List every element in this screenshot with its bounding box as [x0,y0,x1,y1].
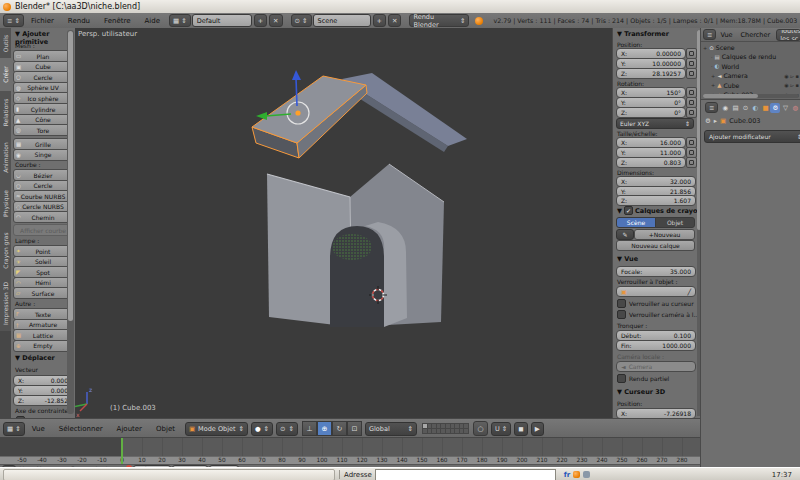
view-panel-header[interactable]: ▼ Vue [617,255,638,263]
clip-end-field[interactable]: Fin:1000.000 [616,340,696,351]
layer-cell[interactable] [463,428,469,434]
outliner-row[interactable]: · ◐ World ◉ ▻ ▪ [701,62,800,71]
viewport-menu-item[interactable]: Sélectionner [52,425,110,433]
gpencil-tab-scene[interactable]: Scène [616,217,656,228]
expand-icon[interactable]: + [703,45,707,51]
outliner-filter-select[interactable]: Toutes les sc [776,29,800,41]
editor-type-info-icon[interactable]: ≡ ⇕ [3,14,24,27]
dimension-field[interactable]: Z:1.607 [616,195,696,206]
rotation-mode-select[interactable]: Euler XYZ⇕ [616,118,694,129]
focal-length-field[interactable]: Focale:35.000 [616,266,696,277]
viewport-canvas[interactable]: z y x [75,28,612,418]
lock-object-field[interactable]: ▣╱ [616,286,696,297]
add-mesh-button[interactable]: ◉Singe [13,149,73,161]
menu-item[interactable]: Aide [138,17,167,25]
menu-item[interactable]: Fenêtre [97,17,137,25]
gpencil-panel-header[interactable]: ▼✓ Calques de crayon gr [617,206,701,215]
show-curve-toggle[interactable]: Afficher courbe [13,224,73,236]
orientation-select[interactable]: Global⇕ [365,422,417,436]
expand-icon[interactable]: · [711,63,713,69]
toolshelf-scrollbar[interactable] [67,30,74,414]
render-border-row[interactable]: Rendu partiel [617,374,669,383]
viewport-menu-item[interactable]: Objet [149,425,182,433]
layer-grid[interactable] [422,423,469,434]
gpencil-new-button[interactable]: + Nouveau [634,229,695,240]
expand-icon[interactable]: + [711,73,715,79]
scene-icon[interactable]: ⊙ [740,103,750,113]
cursor-x-field[interactable]: X:-7.26918 [616,408,696,418]
gpencil-checkbox[interactable]: ✓ [624,206,633,215]
manipulator-x-arrow[interactable] [256,112,267,120]
scene-close-button[interactable]: ✕ [388,14,401,27]
taskbar-window-button[interactable] [3,469,335,480]
expand-icon[interactable]: + [711,82,715,88]
local-camera-field[interactable]: ◄Camera [616,361,696,372]
visibility-toggles[interactable]: ◉ ▻ ▪ [784,73,800,79]
screen-layout-icon[interactable]: ▦ ⇕ [169,14,191,27]
editor-type-outliner-icon[interactable]: ≡ [703,29,716,40]
material-icon[interactable]: ◍ [790,103,800,113]
roof-slab-selected[interactable] [252,76,367,158]
scene-field[interactable]: Scene [313,14,371,27]
manipulator-z-arrow[interactable] [292,70,301,80]
render-engine-select[interactable]: Rendu Blender⇕ [409,14,469,27]
menu-item[interactable]: Fichier [24,17,61,25]
layout-close-button[interactable]: ✕ [269,14,282,27]
manipulator-axes-icon[interactable]: ⊥ [302,421,317,436]
mode-select[interactable]: ▣Mode Objet⇕ [185,422,248,436]
viewport-3d[interactable]: Persp. utilisateur (1) Cube.003 [75,28,612,418]
visibility-toggles[interactable]: ◉ ▻ ▪ [784,82,800,88]
current-frame-marker[interactable] [121,438,123,464]
object-icon[interactable]: ■ [760,103,770,113]
layout-add-button[interactable]: + [254,14,267,27]
toolshelf-tab[interactable]: Créer [0,58,11,92]
new-layer-button[interactable]: Nouveau calque [616,240,695,251]
lock-camera-row[interactable]: Verrouiller caméra à l... [617,310,699,319]
transform-panel-header[interactable]: ▼ Transformer [617,30,669,38]
lock-icon[interactable] [686,68,697,79]
world-icon[interactable]: ◐ [750,103,760,113]
outliner-hscrollbar[interactable] [703,94,799,98]
add-curve-button[interactable]: ◠Chemin [13,211,73,223]
lock-layers-icon[interactable]: ○ [473,421,488,436]
render-opengl-image-icon[interactable]: ◼ [514,422,527,436]
manipulator-scale-icon[interactable]: ⊡ [347,421,362,436]
gpencil-tab-object[interactable]: Objet [655,217,695,228]
vector-field[interactable]: Z:-12.852 [13,395,73,406]
expand-icon[interactable]: · [711,54,713,60]
language-indicator[interactable]: fr [564,471,571,479]
manipulator-rotate-icon[interactable]: ↻ [332,421,347,436]
render-layers-icon[interactable]: ▤ [730,103,740,113]
house-body[interactable] [267,164,444,327]
outliner-row[interactable]: · ▤ Calques de rendu ◉ ▻ ▪ [701,52,800,61]
scene-browse-icon[interactable]: ⊙ ⇕ [291,14,312,27]
shading-select[interactable]: ●⇕ [251,422,273,436]
object-data-icon[interactable]: ▽ [780,103,790,113]
gpencil-pencil-icon[interactable]: ✎ [616,229,634,240]
move-panel-header[interactable]: ▼ Déplacer [15,354,55,362]
menu-item[interactable]: Rendu [61,17,97,25]
snap-magnet-icon[interactable]: U ⇕ [491,422,511,436]
lock-cursor-row[interactable]: Verrouiller au curseur [617,299,694,308]
outliner-row[interactable]: + ◄ Camera ◉ ▻ ▪ [701,71,800,80]
render-icon[interactable]: ◉ [720,103,730,113]
eyedropper-icon[interactable]: ╱ [687,288,691,295]
lock-icon[interactable] [686,157,697,168]
lock-icon[interactable] [686,107,697,118]
tray-icon[interactable] [583,471,590,478]
timeline[interactable]: -50-40-30-20-100102030405060708090100110… [0,437,700,468]
rotation-field[interactable]: Z:0° [616,107,686,118]
address-input[interactable] [375,469,556,480]
editor-type-properties-icon[interactable]: ≡ [705,102,718,113]
breadcrumb-object-name[interactable]: Cube.003 [729,117,760,125]
outliner-menu-item[interactable]: Chercher [737,31,775,39]
cursor-panel-header[interactable]: ▼ Curseur 3D [617,388,665,396]
outliner-row[interactable]: + ⊙ Scene ◉ ▻ ▪ [701,43,800,52]
editor-type-3dview-icon[interactable]: ▦ ⇕ [3,422,25,436]
viewport-menu-item[interactable]: Ajouter [110,425,149,433]
add-lamp-button[interactable]: ▱Surface [13,287,73,299]
scale-field[interactable]: Z:0.803 [616,157,686,168]
scene-add-button[interactable]: + [373,14,386,27]
add-modifier-select[interactable]: Ajouter modificateur⇕ [704,130,800,143]
position-field[interactable]: Z:28.19257 [616,68,686,79]
